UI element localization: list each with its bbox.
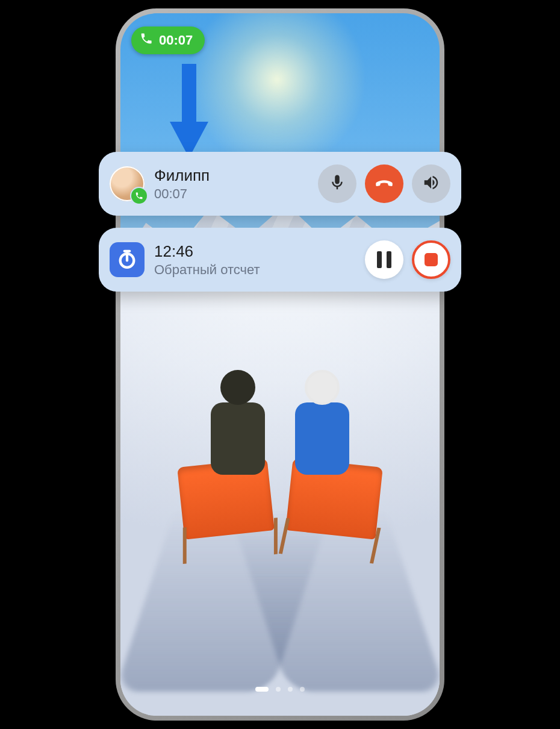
stop-button[interactable]	[412, 240, 450, 279]
wallpaper-person	[295, 402, 349, 475]
stage: 00:07 Фил	[0, 0, 560, 729]
hangup-button[interactable]	[365, 164, 403, 203]
phone-screen: 00:07	[120, 13, 440, 716]
hangup-icon	[375, 174, 393, 194]
stop-icon	[425, 253, 438, 266]
active-call-pill[interactable]: 00:07	[131, 27, 205, 54]
mute-button[interactable]	[318, 164, 356, 203]
pause-icon	[377, 251, 391, 268]
pause-button[interactable]	[365, 240, 403, 279]
call-notification-card[interactable]: Филипп 00:07	[99, 152, 461, 216]
speaker-button[interactable]	[412, 164, 450, 203]
call-controls	[318, 164, 450, 203]
speaker-icon	[422, 174, 440, 194]
microphone-icon	[328, 174, 346, 194]
call-card-text: Филипп 00:07	[154, 166, 318, 202]
timer-controls	[365, 240, 450, 279]
timer-card-text: 12:46 Обратный отсчет	[154, 242, 365, 278]
wallpaper-sun-flare	[187, 13, 367, 170]
page-dot	[300, 687, 305, 692]
page-dot	[276, 687, 281, 692]
timer-time: 12:46	[154, 242, 365, 261]
caller-name: Филипп	[154, 166, 318, 185]
caller-avatar	[110, 166, 145, 201]
phone-icon	[140, 32, 153, 49]
wallpaper-person	[211, 402, 265, 475]
timer-app-icon	[110, 242, 145, 277]
page-indicator	[120, 687, 440, 692]
timer-label: Обратный отсчет	[154, 262, 365, 278]
call-duration: 00:07	[154, 186, 318, 202]
call-badge-icon	[131, 188, 147, 204]
phone-frame: 00:07	[116, 8, 444, 721]
page-dot-active	[255, 687, 269, 692]
timer-notification-card[interactable]: 12:46 Обратный отсчет	[99, 228, 461, 292]
active-call-duration: 00:07	[159, 33, 193, 48]
page-dot	[288, 687, 293, 692]
